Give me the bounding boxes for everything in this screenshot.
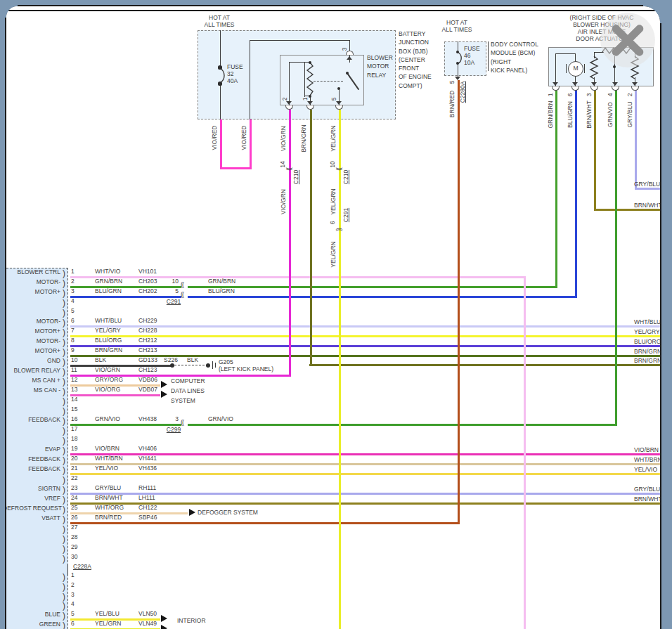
exit-wire-label: VIO/BRN [634, 446, 659, 453]
connector-pin-number: 9 [71, 346, 75, 354]
diagram-viewer: HOT ATALL TIMES FUSE3240A BATTERYJUNCTIO… [0, 0, 672, 629]
motor-brush-left [566, 64, 567, 73]
wire-color-code: BLK [187, 356, 198, 363]
frame-top [0, 0, 672, 5]
hot-at-all-times-label-2: HOT ATALL TIMES [434, 19, 479, 33]
connector-cavity-icon: ) [63, 368, 65, 375]
connector-pin-number: 5 [164, 287, 179, 294]
circuit-number: CH228 [138, 327, 157, 334]
wire-vio-grn [289, 110, 291, 377]
arrow-down-icon [612, 82, 618, 86]
connector-pin-number: 6 [329, 221, 336, 225]
wire-color-label: VIO/RED [211, 126, 218, 150]
pin-function-label: BLOWER CTRL [3, 268, 60, 275]
computer-data-lines-note: SYSTEM [171, 397, 195, 404]
wire-brn-grn [309, 364, 664, 366]
arrow-up-icon [347, 56, 352, 60]
connector-cavity-icon: ) [63, 329, 65, 336]
arrow-right-icon [161, 391, 167, 398]
pin-function-label: EVAP [3, 446, 60, 453]
connector-name: C291 [164, 298, 183, 305]
connector-cavity-icon: ) [63, 280, 65, 287]
connector-name: C210 [342, 170, 349, 184]
wire-color-code: YEL/VIO [95, 465, 118, 472]
connector-pin-number: 2 [71, 278, 75, 285]
connector-pin-number: 25 [71, 504, 77, 511]
wire-color-code: GRN/BRN [95, 278, 122, 285]
exit-wire-label: WHT/BRN [634, 456, 662, 463]
wire-color-label: VIO/RED [240, 126, 247, 150]
connector-pin-number: 26 [71, 514, 77, 521]
symbol-squiggle [590, 56, 598, 79]
pin-function-label: GND [3, 357, 60, 364]
connector-pin-number: 3 [164, 415, 179, 422]
connector-pin-number: 13 [71, 386, 77, 393]
connector-cavity-icon: ) [63, 339, 65, 346]
frame-left [0, 0, 5, 629]
pin-function-label: VREF [3, 495, 60, 502]
circuit-line [250, 40, 250, 120]
wire-color-label: GRY/BLU [626, 101, 633, 127]
pin-function-label: FEEDBACK [3, 416, 60, 423]
connector-cavity-icon: ) [63, 506, 65, 513]
connector-cavity-icon: ) [63, 378, 65, 385]
connector-cavity-icon: ) [63, 417, 65, 424]
connector-cavity-icon: ) [63, 536, 65, 543]
interior-note: INTERIOR [177, 617, 206, 624]
connector-cavity-icon: ) [63, 555, 65, 562]
connector-pin-number: 22 [71, 474, 77, 481]
connector-cavity-icon: ) [63, 358, 65, 365]
frame-right [661, 0, 672, 629]
connector-pin-number: 3 [71, 287, 75, 294]
wire-color-code: VIO/BRN [95, 445, 119, 452]
wire-color-label: VIO/GRN [280, 189, 287, 214]
connector-cavity-icon: ) [63, 398, 65, 405]
connector-cavity-icon: ) [63, 496, 65, 503]
connector-cavity-icon: ) [63, 437, 65, 444]
circuit-number: VH441 [138, 455, 157, 462]
exit-wire-label: BLU/ORG [634, 338, 661, 345]
wire-color-code: BRN/RED [95, 514, 122, 521]
wire-brn-wht [594, 209, 664, 211]
wire-continued [188, 424, 617, 426]
connector-cavity-icon [612, 86, 619, 91]
arrow-down-icon [553, 82, 558, 86]
exit-wire-label: BRN/GRN [634, 357, 661, 364]
circuit-line [67, 564, 68, 576]
wire-wht-vio [524, 276, 526, 629]
circuit-line [555, 53, 556, 86]
connector-cavity-icon [346, 51, 354, 55]
actuator-pin-number: 1 [547, 93, 554, 97]
connector-cavity-icon: ) [63, 602, 65, 609]
connector-pin-number: 10 [164, 278, 179, 285]
wire-color-code: WHT/VIO [95, 268, 120, 275]
wiring-diagram-canvas: HOT ATALL TIMES FUSE3240A BATTERYJUNCTIO… [0, 0, 672, 629]
junction-dot [218, 82, 221, 85]
arrow-right-icon [161, 381, 167, 388]
circuit-line [250, 40, 349, 41]
connector-pin-number: 16 [71, 415, 77, 422]
connector-pin-number: 18 [71, 435, 77, 442]
wire-color-label: YEL/GRN [330, 125, 337, 151]
connector-pin-number: 11 [71, 366, 77, 373]
ground-label: G205 [219, 358, 233, 365]
pin-function-label: MOTOR- [3, 318, 60, 325]
connector-pin-number: 2 [71, 581, 75, 588]
connector-pin-number: 20 [71, 455, 77, 462]
wire-color-label: BRN/RED [448, 91, 455, 117]
wire-vio-brn [70, 453, 664, 455]
wire-vio-red [220, 119, 222, 167]
wire-color-code: BRN/GRN [95, 346, 122, 354]
circuit-number: VH101 [138, 268, 157, 275]
connector-cavity-icon [590, 86, 598, 91]
splice-label: S226 [160, 356, 181, 363]
wire-color-code: YEL/BLU [95, 610, 119, 617]
circuit-number: VLN50 [138, 610, 157, 617]
circuit-number: SBP46 [138, 514, 157, 521]
inline-connector-icon: (( [181, 281, 183, 288]
circuit-number: CH122 [138, 504, 157, 511]
wire-brn-wht [594, 90, 596, 211]
circuit-number: VDB07 [138, 386, 157, 393]
wire-brn-red [458, 80, 460, 524]
close-button[interactable] [600, 13, 655, 67]
